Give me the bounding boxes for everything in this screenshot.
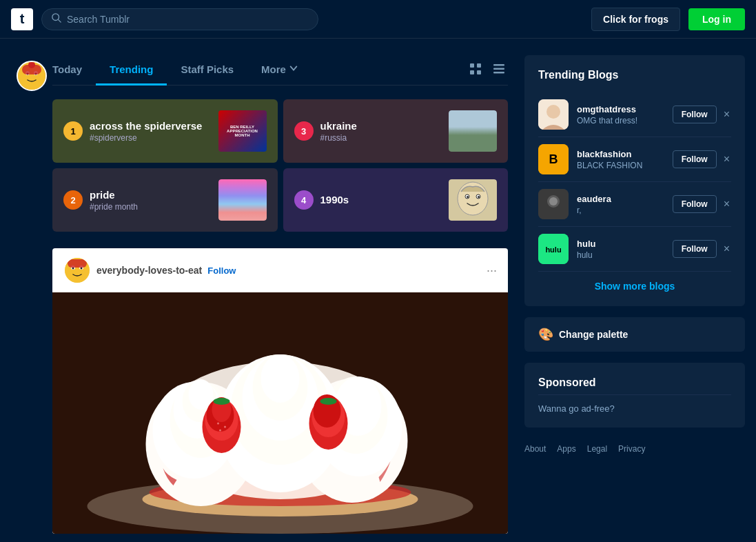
blog-name-blackfashion: blackfashion [577,149,664,159]
blog-name-eaudera: eaudera [577,194,664,204]
blog-item-hulu: hulu hulu hulu Follow × [538,227,731,272]
palette-icon: 🎨 [538,327,553,342]
dismiss-button-eaudera[interactable]: × [722,197,731,212]
svg-point-19 [467,196,469,198]
header: t Click for frogs Log in [0,0,756,39]
post-more-button[interactable]: ··· [487,263,497,278]
blog-actions-blackfashion: Follow × [673,150,731,168]
svg-text:hulu: hulu [545,245,561,254]
post-user-info: everybody-loves-to-eat Follow [63,257,236,284]
trend-rank-2: 2 [63,190,83,210]
tab-more[interactable]: More [247,55,312,86]
search-input[interactable] [67,14,308,25]
dismiss-button-omgthatdress[interactable]: × [722,107,731,122]
blog-desc-eaudera: r, [577,205,664,215]
svg-point-55 [219,430,221,432]
blog-avatar-hulu: hulu [538,234,569,264]
svg-rect-14 [493,68,504,70]
trend-tag-1: #spiderverse [90,133,218,143]
follow-button-blackfashion[interactable]: Follow [673,150,717,168]
tabs: Today Trending Staff Picks More [52,55,508,86]
post-avatar[interactable] [63,257,91,284]
post-follow-button[interactable]: Follow [207,265,236,276]
trend-info-4: 1990s [320,194,449,207]
follow-button-omgthatdress[interactable]: Follow [673,106,717,123]
svg-point-62 [546,105,560,119]
blog-avatar-blackfashion: B [538,144,569,174]
show-more-blogs-button[interactable]: Show more blogs [595,281,675,292]
trend-rank-3: 3 [294,121,314,141]
trend-card-4[interactable]: 4 1990s [283,168,509,232]
sponsored-card: Sponsored Wanna go ad-free? [524,363,745,428]
svg-point-53 [217,423,219,425]
follow-button-hulu[interactable]: Follow [673,240,717,258]
trend-card-3[interactable]: 3 ukraine #russia [283,99,509,163]
blog-avatar-eaudera [538,189,569,219]
footer-link-apps[interactable]: Apps [557,444,575,454]
trend-rank-1: 1 [63,121,83,141]
list-view-button[interactable] [490,60,508,80]
avatar[interactable] [17,61,47,91]
blog-info-hulu: hulu hulu [577,239,664,260]
trending-blogs-card: Trending Blogs omgthatdress OMG that dre… [524,55,745,306]
blog-item-eaudera: eaudera r, Follow × [538,182,731,227]
post-image [52,292,508,534]
blog-desc-hulu: hulu [577,250,664,260]
dismiss-button-hulu[interactable]: × [722,241,731,257]
grid-view-button[interactable] [467,60,484,80]
svg-point-54 [224,426,226,428]
view-toggles [467,60,508,80]
dismiss-button-blackfashion[interactable]: × [722,152,731,167]
trend-card-1[interactable]: 1 across the spiderverse #spiderverse BE… [52,99,278,163]
main-container: Today Trending Staff Picks More [0,39,756,534]
change-palette-label: Change palette [559,329,628,340]
trend-card-2[interactable]: 2 pride #pride month [52,168,278,232]
trend-info-2: pride #pride month [90,189,218,212]
blog-name-omgthatdress: omgthatdress [577,104,664,114]
tab-trending[interactable]: Trending [96,55,167,86]
blog-item-omgthatdress: omgthatdress OMG that dress! Follow × [538,92,731,137]
svg-rect-26 [68,259,87,268]
sidebar: Trending Blogs omgthatdress OMG that dre… [524,55,745,534]
frogs-button[interactable]: Click for frogs [591,8,680,31]
sponsored-title: Sponsored [538,377,731,389]
blog-item-blackfashion: B blackfashion BLACK FASHION Follow × [538,137,731,182]
trending-grid: 1 across the spiderverse #spiderverse BE… [52,99,508,232]
footer-link-about[interactable]: About [524,444,546,454]
svg-rect-9 [470,63,474,68]
blog-info-blackfashion: blackfashion BLACK FASHION [577,149,664,170]
blog-actions-eaudera: Follow × [673,195,731,213]
svg-point-0 [52,13,59,20]
trend-img-4 [449,179,497,221]
footer-link-privacy[interactable]: Privacy [618,444,645,454]
follow-button-eaudera[interactable]: Follow [673,195,717,213]
tab-staff-picks[interactable]: Staff Picks [167,55,247,86]
blog-actions-hulu: Follow × [673,240,731,258]
login-button[interactable]: Log in [688,8,745,30]
trend-info-3: ukraine #russia [320,120,449,143]
sponsored-text: Wanna go ad-free? [538,403,731,414]
svg-point-59 [214,398,230,405]
blog-actions-omgthatdress: Follow × [673,106,731,123]
blog-name-hulu: hulu [577,239,664,249]
footer-link-legal[interactable]: Legal [587,444,607,454]
blog-info-eaudera: eaudera r, [577,194,664,215]
trend-title-1: across the spiderverse [90,120,218,132]
trend-title-4: 1990s [320,194,449,205]
tab-today[interactable]: Today [52,55,96,86]
svg-point-48 [261,354,300,403]
tumblr-logo[interactable]: t [11,8,33,30]
svg-rect-13 [493,64,504,66]
trend-info-1: across the spiderverse #spiderverse [90,120,218,143]
change-palette-button[interactable]: 🎨 Change palette [524,317,745,352]
svg-text:B: B [549,152,558,166]
post-container: everybody-loves-to-eat Follow ··· [52,248,508,534]
svg-rect-12 [477,70,481,74]
blog-info-omgthatdress: omgthatdress OMG that dress! [577,104,664,126]
blog-avatar-omgthatdress [538,99,569,130]
trend-img-2 [218,179,267,221]
sponsored-divider [538,394,731,395]
chevron-down-icon [289,63,298,75]
trending-blogs-title: Trending Blogs [538,69,731,81]
content-area: Today Trending Staff Picks More [52,55,508,534]
